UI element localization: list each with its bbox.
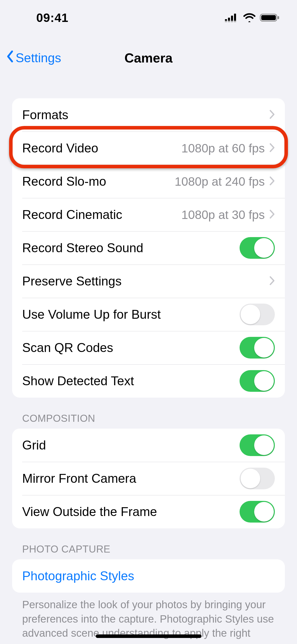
mirror-front-row: Mirror Front Camera	[12, 462, 285, 495]
composition-group: Grid Mirror Front Camera View Outside th…	[12, 429, 285, 528]
chevron-left-icon	[6, 50, 14, 66]
camera-settings-group: Formats Record Video 1080p at 60 fps Rec…	[12, 98, 285, 398]
row-label: Photographic Styles	[22, 569, 275, 583]
cellular-signal-icon	[225, 13, 239, 22]
volume-burst-row: Use Volume Up for Burst	[12, 298, 285, 331]
row-detail-value: 1080p at 240 fps	[175, 175, 265, 188]
row-label: Mirror Front Camera	[22, 471, 240, 486]
row-detail-value: 1080p at 60 fps	[181, 141, 265, 155]
status-time: 09:41	[36, 11, 69, 25]
grid-row: Grid	[12, 429, 285, 462]
row-label: Use Volume Up for Burst	[22, 307, 240, 322]
stereo-sound-toggle[interactable]	[240, 237, 275, 259]
section-header-photo-capture: PHOTO CAPTURE	[12, 528, 285, 559]
grid-toggle[interactable]	[240, 434, 275, 456]
photographic-styles-row[interactable]: Photographic Styles	[12, 559, 285, 593]
scan-qr-row: Scan QR Codes	[12, 331, 285, 364]
row-label: Grid	[22, 438, 240, 453]
formats-row[interactable]: Formats	[12, 98, 285, 132]
row-label: Preserve Settings	[22, 274, 269, 288]
home-indicator	[96, 634, 202, 638]
page-title: Camera	[124, 50, 173, 66]
svg-rect-4	[225, 21, 227, 22]
preserve-settings-row[interactable]: Preserve Settings	[12, 265, 285, 298]
chevron-right-icon	[269, 110, 275, 120]
row-detail-value: 1080p at 30 fps	[181, 208, 265, 222]
record-slomo-row[interactable]: Record Slo-mo 1080p at 240 fps	[12, 165, 285, 198]
battery-icon	[260, 13, 280, 22]
row-label: Formats	[22, 108, 269, 122]
chevron-right-icon	[269, 176, 275, 187]
row-label: View Outside the Frame	[22, 504, 240, 519]
nav-bar: Settings Camera	[0, 45, 297, 71]
row-label: Record Video	[22, 141, 181, 155]
back-button[interactable]: Settings	[6, 50, 61, 66]
scan-qr-toggle[interactable]	[240, 337, 275, 359]
chevron-right-icon	[269, 143, 275, 153]
section-header-composition: COMPOSITION	[12, 398, 285, 429]
row-label: Show Detected Text	[22, 374, 240, 388]
outside-frame-row: View Outside the Frame	[12, 495, 285, 528]
svg-rect-9	[261, 15, 276, 20]
photo-capture-group: Photographic Styles	[12, 559, 285, 593]
row-label: Record Slo-mo	[22, 174, 175, 189]
row-label: Record Stereo Sound	[22, 241, 240, 255]
row-label: Record Cinematic	[22, 207, 181, 222]
back-label: Settings	[16, 51, 61, 65]
stereo-sound-row: Record Stereo Sound	[12, 231, 285, 265]
wifi-icon	[243, 13, 256, 22]
chevron-right-icon	[269, 209, 275, 220]
detected-text-toggle[interactable]	[240, 370, 275, 392]
svg-rect-6	[231, 21, 233, 22]
svg-rect-5	[228, 21, 230, 22]
status-bar: 09:41	[0, 0, 297, 35]
mirror-front-toggle[interactable]	[240, 468, 275, 489]
volume-burst-toggle[interactable]	[240, 304, 275, 325]
status-icons	[225, 13, 280, 22]
record-cinematic-row[interactable]: Record Cinematic 1080p at 30 fps	[12, 198, 285, 231]
outside-frame-toggle[interactable]	[240, 501, 275, 523]
chevron-right-icon	[269, 276, 275, 286]
record-video-row[interactable]: Record Video 1080p at 60 fps	[12, 132, 285, 165]
svg-rect-7	[234, 21, 236, 22]
detected-text-row: Show Detected Text	[12, 364, 285, 398]
settings-content: Formats Record Video 1080p at 60 fps Rec…	[0, 98, 297, 644]
svg-rect-10	[278, 16, 279, 19]
row-label: Scan QR Codes	[22, 340, 240, 355]
